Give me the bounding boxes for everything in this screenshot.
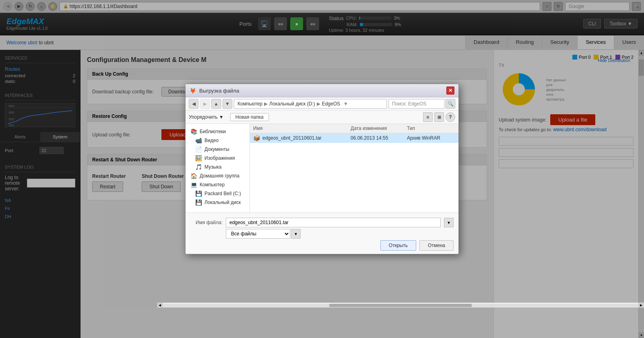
computer-label: Компьютер — [200, 182, 225, 188]
file-date-0: 06.06.2013 14:55 — [351, 135, 407, 141]
dialog-up-btn[interactable]: ▲ — [211, 99, 221, 109]
file-icon-0: 📦 — [253, 135, 260, 141]
libraries-icon: 📚 — [190, 128, 197, 135]
view-icons-btn[interactable]: ⊞ — [434, 112, 444, 122]
breadcrumb-computer: Компьютер — [237, 101, 262, 107]
col-name: Имя — [253, 126, 351, 131]
view-details-btn[interactable]: ≡ — [423, 112, 433, 122]
dialog-title-text: 🦊 Выгрузка файла — [190, 88, 239, 94]
search-area: Поиск: EdgeOS 🔍 — [388, 99, 455, 109]
documents-icon: 📄 — [195, 146, 202, 153]
file-row-0[interactable]: 📦 edgeos_ubnt_20110601.tar 06.06.2013 14… — [250, 133, 458, 143]
file-name-cell-0: 📦 edgeos_ubnt_20110601.tar — [253, 135, 351, 141]
file-dialog-overlay: 🦊 Выгрузка файла ✕ ◀ ▶ ▲ ▼ Компьютер ▶ Л… — [0, 0, 644, 338]
filename-dropdown-btn[interactable]: ▼ — [444, 218, 454, 227]
dialog-menu-bar: Упорядочить ▼ Новая папка ≡ ⊞ ? — [186, 111, 458, 124]
filename-label: Имя файла: — [190, 220, 223, 225]
video-icon: 📹 — [195, 137, 202, 144]
homegroup-icon: 🏠 — [190, 173, 197, 179]
sidebar-computer[interactable]: 💻 Компьютер — [186, 180, 250, 189]
dialog-recent-btn[interactable]: ▼ — [223, 99, 232, 109]
dialog-cancel-btn[interactable]: Отмена — [419, 240, 454, 251]
music-icon: 🎵 — [195, 164, 202, 170]
sidebar-localdisk[interactable]: 💾 Локальный диск — [186, 198, 250, 207]
filetype-dropdown-btn[interactable]: ▼ — [291, 229, 301, 239]
documents-label: Документы — [204, 146, 229, 152]
localdisk-label: Локальный диск — [204, 200, 241, 205]
menu-organize-label: Упорядочить ▼ — [189, 114, 224, 120]
libraries-label: Библиотеки — [200, 129, 226, 134]
dialog-footer: Имя файла: ▼ Все файлы ▼ Открыть Отмена — [186, 212, 458, 254]
images-icon: 🖼️ — [195, 155, 202, 161]
sidebar-packard[interactable]: 💾 Packard Bell (C:) — [186, 189, 250, 198]
homegroup-label: Домашняя группа — [200, 173, 239, 179]
filename-row: Имя файла: ▼ — [190, 218, 454, 227]
video-label: Видео — [204, 138, 219, 143]
footer-buttons: Открыть Отмена — [190, 240, 454, 251]
dialog-search-field[interactable]: Поиск: EdgeOS — [388, 99, 445, 109]
dialog-back-btn[interactable]: ◀ — [189, 99, 198, 109]
sidebar-libraries[interactable]: 📚 Библиотеки — [186, 127, 250, 136]
col-type: Тип — [407, 126, 455, 131]
music-label: Музыка — [204, 164, 221, 170]
dialog-title-label: Выгрузка файла — [199, 88, 239, 94]
new-folder-btn[interactable]: Новая папка — [230, 113, 269, 121]
breadcrumb-bar: Компьютер ▶ Локальный диск (D:) ▶ EdgeOS… — [234, 99, 387, 109]
breadcrumb-sep-2: ▶ — [317, 101, 320, 107]
dialog-title-bar: 🦊 Выгрузка файла ✕ — [186, 84, 458, 97]
dialog-close-btn[interactable]: ✕ — [446, 87, 454, 95]
dialog-forward-btn[interactable]: ▶ — [200, 99, 210, 109]
sidebar-homegroup[interactable]: 🏠 Домашняя группа — [186, 171, 250, 180]
col-date: Дата изменения — [351, 126, 407, 131]
sidebar-music[interactable]: 🎵 Музыка — [186, 163, 250, 171]
file-dialog: 🦊 Выгрузка файла ✕ ◀ ▶ ▲ ▼ Компьютер ▶ Л… — [185, 84, 459, 254]
filetype-row: Все файлы ▼ — [190, 229, 454, 239]
breadcrumb-dropdown[interactable]: ▼ — [343, 101, 348, 107]
filetype-select[interactable]: Все файлы — [226, 229, 290, 239]
breadcrumb-disk: Локальный диск (D:) — [269, 101, 315, 107]
localdisk-icon: 💾 — [195, 199, 202, 206]
breadcrumb-edgeos: EdgeOS — [322, 101, 340, 107]
dialog-sidebar: 📚 Библиотеки 📹 Видео 📄 Документы 🖼️ Изоб… — [186, 124, 250, 212]
help-btn[interactable]: ? — [446, 112, 455, 122]
dialog-search-placeholder: Поиск: EdgeOS — [392, 101, 426, 107]
view-buttons: ≡ ⊞ ? — [423, 112, 455, 122]
firefox-icon: 🦊 — [190, 88, 196, 94]
packard-icon: 💾 — [195, 190, 202, 197]
menu-organize[interactable]: Упорядочить ▼ — [189, 114, 224, 120]
file-type-0: Архив WinRAR — [407, 135, 455, 141]
dialog-open-btn[interactable]: Открыть — [380, 240, 416, 251]
sidebar-video[interactable]: 📹 Видео — [186, 136, 250, 145]
filetype-select-area: Все файлы ▼ — [226, 229, 454, 239]
computer-icon: 💻 — [190, 181, 197, 188]
filename-input[interactable] — [226, 218, 441, 227]
breadcrumb-sep-1: ▶ — [264, 101, 268, 107]
packard-label: Packard Bell (C:) — [204, 191, 241, 196]
dialog-body: 📚 Библиотеки 📹 Видео 📄 Документы 🖼️ Изоб… — [186, 124, 458, 212]
images-label: Изображения — [204, 155, 235, 161]
file-name-0: edgeos_ubnt_20110601.tar — [262, 135, 322, 141]
dialog-file-area: Имя Дата изменения Тип 📦 edgeos_ubnt_201… — [250, 124, 458, 212]
dialog-toolbar: ◀ ▶ ▲ ▼ Компьютер ▶ Локальный диск (D:) … — [186, 97, 458, 111]
sidebar-documents[interactable]: 📄 Документы — [186, 145, 250, 154]
sidebar-images[interactable]: 🖼️ Изображения — [186, 154, 250, 163]
dialog-search-btn[interactable]: 🔍 — [446, 99, 455, 109]
file-list-header: Имя Дата изменения Тип — [250, 124, 458, 133]
